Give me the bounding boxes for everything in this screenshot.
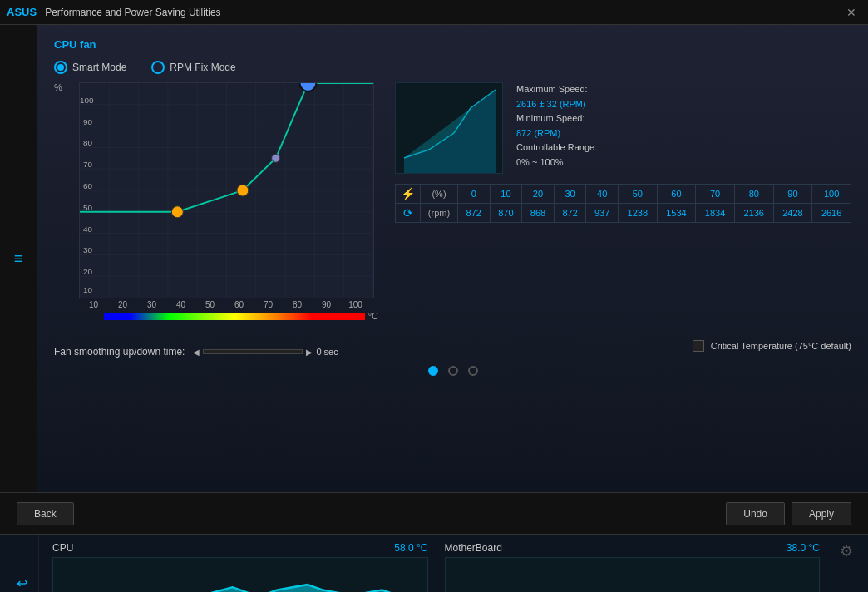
x-label-20: 20 — [108, 300, 137, 309]
smoothing-label: Fan smoothing up/down time: — [54, 346, 185, 358]
range-value: 0% ~ 100% — [516, 155, 597, 170]
svg-text:80: 80 — [83, 138, 93, 147]
pct-30: 30 — [554, 185, 586, 204]
slider-container: ◀ ▶ 0 sec — [193, 347, 338, 357]
min-speed-value: 872 (RPM) — [516, 126, 597, 141]
apply-button[interactable]: Apply — [792, 502, 851, 525]
menu-icon[interactable]: ≡ — [14, 250, 23, 268]
cpu-temp-value: 58.0 °C — [394, 542, 427, 554]
window-title: Performance and Power Saving Utilities — [45, 7, 841, 18]
cpu-fan-title: CPU fan — [54, 38, 851, 51]
range-label: Controllable Range: — [516, 141, 597, 155]
max-speed-label: Maximum Speed: — [516, 82, 597, 97]
x-label-100: 100 — [341, 300, 370, 309]
slider-value: 0 sec — [316, 347, 338, 357]
max-speed-value: 2616 ± 32 (RPM) — [516, 97, 597, 112]
back-button[interactable]: Back — [17, 502, 74, 525]
control-point-4 — [300, 83, 317, 91]
svg-text:40: 40 — [83, 224, 93, 234]
slider-right-arrow[interactable]: ▶ — [306, 348, 313, 357]
main-container: ≡ CPU fan Smart Mode RPM Fix Mode % — [0, 25, 868, 492]
sidebar: ≡ — [0, 25, 37, 492]
svg-text:60: 60 — [83, 181, 93, 190]
smoothing-critical-row: Fan smoothing up/down time: ◀ ▶ 0 sec Cr… — [54, 334, 851, 358]
rpm-7: 1834 — [696, 204, 735, 223]
rpm-table: ⚡ (%) 0 10 20 30 40 50 60 70 80 — [395, 184, 851, 223]
svg-text:100: 100 — [80, 96, 94, 105]
pct-50: 50 — [618, 185, 657, 204]
control-point-2 — [237, 185, 249, 196]
svg-text:30: 30 — [83, 245, 93, 254]
chart-area[interactable]: 100 90 80 70 60 50 40 30 20 10 — [79, 82, 374, 298]
percent-row: ⚡ (%) 0 10 20 30 40 50 60 70 80 — [396, 185, 851, 204]
percent-icon-cell: ⚡ — [396, 185, 421, 204]
rpm-label-cell: (rpm) — [421, 204, 458, 223]
rpm-row: ⟳ (rpm) 872 870 868 872 937 1238 1534 18… — [396, 204, 851, 223]
bottom-icons: ↩ 🌡 — [8, 535, 39, 592]
slider-left-arrow[interactable]: ◀ — [193, 348, 200, 357]
pct-100: 100 — [812, 185, 851, 204]
rpm-1: 870 — [490, 204, 522, 223]
cpu-temp-graph — [52, 557, 428, 592]
smart-mode-radio[interactable] — [54, 61, 67, 74]
pct-20: 20 — [522, 185, 555, 204]
slider-track[interactable] — [203, 349, 303, 354]
x-label-30: 30 — [137, 300, 166, 309]
rpm-table-container: ⚡ (%) 0 10 20 30 40 50 60 70 80 — [395, 184, 851, 223]
rpm-fix-mode-option[interactable]: RPM Fix Mode — [151, 61, 235, 74]
smart-mode-label: Smart Mode — [72, 62, 126, 73]
asus-logo: ASUS — [7, 6, 37, 18]
title-bar: ASUS Performance and Power Saving Utilit… — [0, 0, 868, 25]
critical-temp-label: Critical Temperature (75°C default) — [711, 341, 851, 351]
svg-text:50: 50 — [83, 203, 93, 212]
fan-curve-mini — [395, 82, 503, 174]
pct-60: 60 — [657, 185, 696, 204]
close-button[interactable]: ✕ — [841, 4, 861, 21]
right-panel: Maximum Speed: 2616 ± 32 (RPM) Minimum S… — [395, 82, 851, 321]
smart-mode-option[interactable]: Smart Mode — [54, 61, 126, 74]
rpm-6: 1534 — [657, 204, 696, 223]
mb-temp-header: MotherBoard 38.0 °C — [445, 542, 821, 554]
fan-curve-chart[interactable]: 100 90 80 70 60 50 40 30 20 10 — [80, 83, 373, 298]
settings-icon[interactable]: ⚙ — [840, 542, 853, 560]
pagination-dot-3[interactable] — [468, 366, 478, 376]
rpm-5: 1238 — [618, 204, 657, 223]
celsius-label: °C — [368, 311, 378, 321]
x-label-80: 80 — [283, 300, 312, 309]
pagination-dot-2[interactable] — [448, 366, 458, 376]
pagination-dots — [54, 366, 851, 376]
rpm-9: 2428 — [773, 204, 812, 223]
bottom-settings: ⚙ — [833, 535, 860, 592]
back-icon[interactable]: ↩ — [17, 575, 30, 591]
undo-button[interactable]: Undo — [726, 502, 785, 525]
action-buttons: Undo Apply — [726, 502, 851, 525]
cpu-temp-monitor: CPU 58.0 °C — [52, 542, 428, 592]
mode-row: Smart Mode RPM Fix Mode — [54, 61, 851, 74]
svg-text:70: 70 — [83, 160, 93, 169]
mb-temp-value: 38.0 °C — [787, 542, 820, 554]
button-bar: Back Undo Apply — [0, 492, 868, 534]
svg-text:10: 10 — [83, 285, 93, 294]
pct-0: 0 — [458, 185, 491, 204]
svg-text:90: 90 — [83, 117, 93, 126]
x-label-90: 90 — [312, 300, 341, 309]
x-label-10: 10 — [79, 300, 108, 309]
rpm-fix-mode-label: RPM Fix Mode — [170, 62, 235, 73]
rpm-fix-mode-radio[interactable] — [151, 61, 165, 74]
smoothing-row: Fan smoothing up/down time: ◀ ▶ 0 sec — [54, 346, 338, 358]
x-label-40: 40 — [166, 300, 195, 309]
critical-temp-checkbox[interactable] — [693, 340, 704, 352]
bottom-status-bar: ↩ 🌡 CPU 58.0 °C — [0, 534, 868, 592]
rpm-2: 868 — [522, 204, 555, 223]
svg-text:20: 20 — [83, 267, 93, 276]
pct-40: 40 — [586, 185, 619, 204]
critical-temp: Critical Temperature (75°C default) — [693, 340, 851, 352]
pct-70: 70 — [696, 185, 735, 204]
main-row: % — [54, 82, 851, 321]
chart-container: % — [54, 82, 378, 321]
pct-90: 90 — [773, 185, 812, 204]
pct-10: 10 — [490, 185, 522, 204]
pagination-dot-1[interactable] — [428, 366, 438, 376]
temp-monitors: CPU 58.0 °C MotherBoard — [39, 535, 833, 592]
x-label-60: 60 — [224, 300, 254, 309]
